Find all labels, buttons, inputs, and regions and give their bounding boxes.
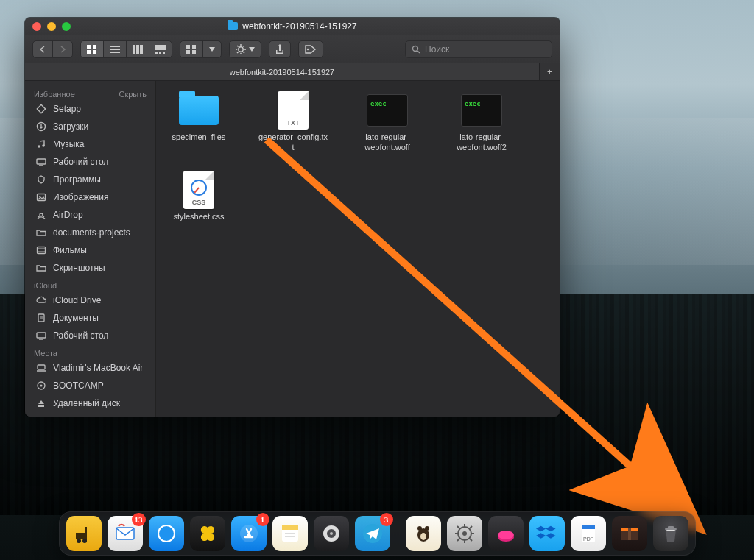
sidebar-item[interactable]: documents-projects — [25, 224, 155, 241]
view-mode-segment[interactable] — [80, 40, 172, 58]
sidebar-item[interactable]: AirDrop — [25, 206, 155, 224]
sidebar-item-label: Изображения — [53, 192, 108, 202]
svg-rect-8 — [136, 45, 139, 54]
exec-file-icon: exec — [367, 94, 408, 127]
desktop-icon — [35, 330, 47, 341]
sidebar-item-label: iCloud Drive — [53, 295, 101, 305]
sidebar-item-label: Загрузки — [53, 121, 88, 132]
action-menu[interactable] — [229, 40, 261, 58]
tags-button[interactable] — [298, 40, 323, 58]
sidebar-item[interactable]: Удаленный диск — [25, 394, 155, 412]
svg-point-18 — [239, 46, 243, 51]
tab-add-button[interactable]: + — [539, 63, 560, 80]
dock-cleaner[interactable] — [488, 516, 524, 551]
dock-telegram[interactable]: 3 — [355, 516, 390, 551]
dock-mail[interactable]: 13 — [108, 516, 143, 551]
docs-icon — [35, 312, 47, 324]
svg-rect-91 — [668, 526, 674, 528]
window-minimize-button[interactable] — [47, 22, 56, 31]
svg-rect-30 — [37, 104, 45, 113]
svg-point-66 — [330, 532, 333, 535]
dock-separator — [398, 517, 398, 550]
sidebar-item[interactable]: Загрузки — [25, 118, 155, 135]
sidebar-item[interactable]: Изображения — [25, 188, 155, 206]
sidebar-item[interactable]: Рабочий стол — [25, 327, 155, 344]
finder-toolbar: Поиск — [25, 35, 560, 63]
sidebar-item[interactable]: BOOTCAMP — [25, 377, 155, 394]
tab-bar: webfontkit-20190514-151927 + — [25, 63, 560, 81]
sidebar-item[interactable]: Фильмы — [25, 241, 155, 259]
view-columns[interactable] — [127, 41, 149, 57]
dock-daw[interactable] — [314, 516, 349, 551]
sidebar-item[interactable]: iCloud Drive — [25, 291, 155, 309]
dock-forklift[interactable] — [66, 516, 102, 551]
search-input[interactable]: Поиск — [405, 40, 552, 58]
movies-icon — [35, 244, 47, 256]
svg-rect-85 — [582, 525, 595, 529]
sidebar-item[interactable]: Рабочий стол — [25, 153, 155, 171]
share-button[interactable] — [269, 40, 291, 58]
view-list[interactable] — [104, 41, 127, 57]
svg-rect-34 — [37, 159, 46, 164]
dock-settings[interactable] — [447, 516, 482, 551]
dock-appstore[interactable]: 1 — [231, 516, 267, 551]
finder-content[interactable]: specimen_filesTXTgenerator_config.txtexe… — [156, 81, 560, 417]
file-item[interactable]: execlato-regular-webfont.woff — [352, 91, 423, 153]
folder-icon — [35, 227, 47, 238]
svg-rect-45 — [37, 333, 46, 338]
file-item[interactable]: specimen_files — [163, 91, 234, 153]
desktop-icon — [35, 156, 47, 168]
window-titlebar[interactable]: webfontkit-20190514-151927 — [25, 18, 560, 35]
group-by[interactable] — [180, 40, 222, 58]
eject-icon — [35, 397, 47, 409]
sidebar-item-label: Документы — [53, 313, 99, 323]
dock: 1313PDF — [0, 511, 754, 560]
file-label: stylesheet.css — [173, 212, 224, 222]
svg-point-55 — [82, 539, 87, 543]
dock-bear[interactable] — [406, 516, 441, 551]
badge: 3 — [380, 513, 393, 526]
nav-back-forward[interactable] — [32, 40, 73, 58]
file-item[interactable]: TXTgenerator_config.txt — [258, 91, 328, 153]
svg-line-25 — [243, 46, 244, 47]
svg-point-83 — [498, 531, 514, 539]
view-icon-grid[interactable] — [81, 41, 104, 57]
svg-rect-7 — [133, 45, 135, 54]
sidebar-item[interactable]: Setapp — [25, 100, 155, 118]
svg-point-32 — [38, 145, 40, 148]
window-close-button[interactable] — [32, 22, 41, 31]
finder-window: webfontkit-20190514-151927 — [25, 18, 560, 417]
sidebar-item[interactable]: Программы — [25, 171, 155, 188]
exec-file-icon: exec — [461, 94, 502, 127]
svg-rect-17 — [192, 50, 196, 54]
dock-dropbox[interactable] — [529, 516, 565, 551]
svg-rect-12 — [159, 52, 161, 54]
sidebar-item[interactable]: Vladimir's MacBook Air — [25, 359, 155, 377]
file-item[interactable]: execlato-regular-webfont.woff2 — [446, 91, 517, 153]
sidebar-item[interactable]: Музыка — [25, 135, 155, 153]
svg-text:PDF: PDF — [583, 536, 593, 542]
svg-rect-4 — [110, 46, 120, 47]
file-item[interactable]: CSSstylesheet.css — [163, 171, 234, 222]
sidebar-hide-link[interactable]: Скрыть — [119, 90, 147, 99]
svg-line-29 — [417, 51, 420, 53]
svg-rect-39 — [38, 247, 46, 254]
dock-notes[interactable] — [272, 516, 308, 551]
svg-point-28 — [413, 46, 418, 51]
svg-rect-5 — [110, 49, 120, 50]
file-label: specimen_files — [172, 132, 226, 143]
dock-pkg[interactable] — [612, 516, 647, 551]
dock-pdf[interactable]: PDF — [571, 516, 606, 551]
sidebar-item[interactable]: Документы — [25, 309, 155, 327]
sidebar-section-title: iCloud — [34, 281, 57, 290]
sidebar-item-label: Vladimir's MacBook Air — [53, 363, 143, 373]
dock-safari[interactable] — [149, 516, 184, 551]
file-label: lato-regular-webfont.woff — [352, 132, 423, 153]
dock-trash[interactable] — [653, 516, 688, 551]
sidebar-item[interactable]: Скриншотны — [25, 259, 155, 277]
window-maximize-button[interactable] — [62, 22, 71, 31]
svg-point-58 — [159, 526, 174, 541]
dock-butterfly[interactable] — [190, 516, 225, 551]
tab-active[interactable]: webfontkit-20190514-151927 — [25, 63, 539, 80]
view-gallery[interactable] — [149, 41, 172, 57]
